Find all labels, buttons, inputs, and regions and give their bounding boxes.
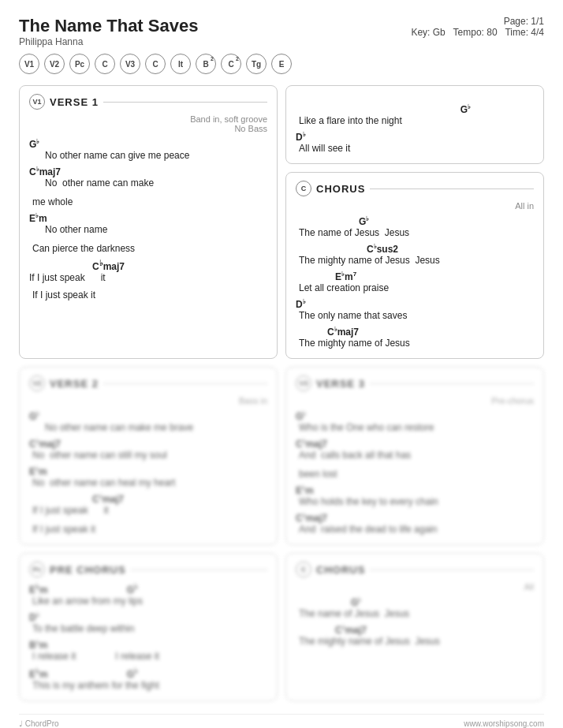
prc-chord-db: D♭ [296, 131, 534, 143]
chorus-lyric2: The mighty name of Jesus Jesus [296, 255, 534, 266]
nav-c1[interactable]: C [95, 54, 115, 74]
verse2-title: VERSE 2 [50, 378, 99, 390]
key-info: Key: Gb [411, 27, 445, 38]
verse2-box: V2 VERSE 2 Bass in G♭ No other name can … [19, 367, 278, 545]
verse1-lyric6: If I just speak it [29, 289, 267, 301]
nav-v3[interactable]: V3 [120, 54, 140, 74]
chorus-line [370, 189, 534, 189]
chorus-chord-cbsus2: C♭sus2 [296, 243, 534, 255]
artist-name: Philippa Hanna [19, 36, 198, 47]
verse1-box: V1 VERSE 1 Band in, soft grooveNo Bass G… [19, 85, 278, 359]
verse1-lyric3: me whole [29, 196, 267, 207]
verse3-box: V3 VERSE 3 Pre-chorus G♭ Who is the One … [285, 367, 544, 545]
prc-lyric1: Like a flare into the night [296, 115, 534, 126]
verse1-chord-cbmaj7: C♭maj7 [29, 166, 267, 177]
footer-left: ♩ ChordPro [19, 719, 59, 728]
verse2-direction: Bass in [29, 396, 267, 405]
nav-tg[interactable]: Tg [246, 54, 267, 74]
end-chorus-title: CHORUS [316, 564, 365, 576]
pre-chorus-title: PRE CHORUS [50, 564, 126, 576]
verse1-lyric2: No other name can make [29, 177, 267, 189]
verse1-chord-ebm: E♭m [29, 212, 267, 224]
chorus-direction: All in [296, 201, 534, 211]
verse1-chord-inline: C♭maj7 If I just speak it [29, 259, 267, 283]
prc-chord-gb: G♭ [296, 103, 534, 115]
verse1-chord-gb: G♭ [29, 138, 267, 150]
chorus-lyric5: The mighty name of Jesus [296, 338, 534, 349]
chorus-lyric4: The only name that saves [296, 310, 534, 321]
chorus-chord-gb: G♭ [296, 215, 534, 227]
chorus-badge: C [296, 181, 311, 196]
nav-pc[interactable]: Pc [69, 54, 90, 74]
verse1-lyric1: No other name can give me peace [29, 150, 267, 161]
verse1-title: VERSE 1 [50, 96, 99, 108]
time-info: Time: 4/4 [505, 27, 544, 38]
end-chorus-box: C CHORUS All G♭ The name of Jesus Jesus … [285, 553, 544, 701]
nav-b2[interactable]: B2 [196, 54, 216, 74]
header-meta: Page: 1/1 Key: Gb Tempo: 80 Time: 4/4 [411, 16, 544, 38]
section-nav: V1 V2 Pc C V3 C It B2 C2 Tg E [19, 54, 544, 74]
nav-c3[interactable]: C2 [221, 54, 241, 74]
verse2-badge: V2 [29, 375, 45, 391]
nav-v1[interactable]: V1 [19, 54, 39, 74]
verse1-lyric5: Can pierce the darkness [29, 243, 267, 254]
verse3-title: VERSE 3 [316, 378, 365, 390]
verse1-direction: Band in, soft grooveNo Bass [29, 114, 267, 133]
chorus-chord-ebm7: E♭m7 [296, 271, 534, 282]
page-info: Page: 1/1 [504, 16, 544, 27]
end-chorus-badge: C [296, 562, 311, 577]
footer-right: www.worshipsong.com [464, 719, 544, 728]
chorus-box: C CHORUS All in G♭ The name of Jesus Jes… [285, 172, 544, 359]
nav-e[interactable]: E [271, 54, 292, 74]
verse3-direction: Pre-chorus [296, 396, 534, 405]
prc-lyric2: All will see it [296, 143, 534, 154]
verse1-line [103, 102, 267, 103]
song-title: The Name That Saves [19, 16, 198, 36]
nav-c2[interactable]: C [145, 54, 166, 74]
pre-chorus-box: Pc PRE CHORUS E♭mG♭ Like an arrow from m… [19, 553, 278, 701]
pre-chorus-right-box: G♭ Like a flare into the night D♭ All wi… [285, 85, 544, 164]
pre-chorus-badge: Pc [29, 562, 45, 577]
nav-v2[interactable]: V2 [44, 54, 65, 74]
footer: ♩ ChordPro www.worshipsong.com [19, 714, 544, 728]
chorus-lyric1: The name of Jesus Jesus [296, 227, 534, 238]
nav-it[interactable]: It [170, 54, 191, 74]
tempo-info: Tempo: 80 [453, 27, 498, 38]
verse1-lyric4: No other name [29, 224, 267, 235]
chorus-chord-cbmaj7b: C♭maj7 [296, 326, 534, 338]
end-chorus-direction: All [296, 582, 534, 592]
verse1-badge: V1 [29, 94, 45, 110]
chorus-chord-db: D♭ [296, 298, 534, 310]
verse3-badge: V3 [296, 375, 311, 391]
chorus-title: CHORUS [316, 183, 365, 195]
chorus-lyric3: Let all creation praise [296, 282, 534, 293]
